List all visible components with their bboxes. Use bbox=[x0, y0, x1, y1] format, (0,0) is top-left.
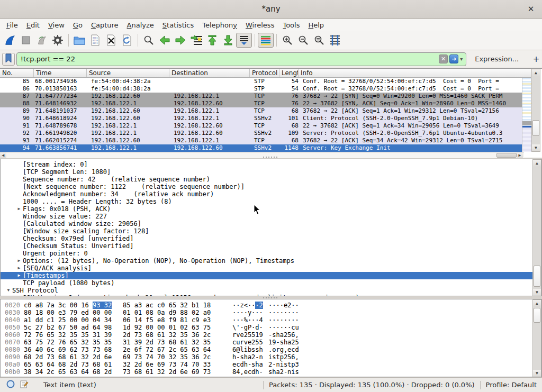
scroll-up-arrow[interactable]: ▲ bbox=[532, 69, 540, 76]
menu-view[interactable]: View bbox=[44, 21, 69, 30]
resize-columns-button[interactable] bbox=[327, 33, 343, 48]
expert-info-icon[interactable] bbox=[6, 380, 15, 390]
reload-file-button[interactable] bbox=[119, 33, 135, 48]
stop-capture-button[interactable] bbox=[18, 33, 34, 48]
hex-row[interactable]: 0020c0 a8 7a 3c 00 16 93 3285 a3 ac c0 6… bbox=[1, 302, 541, 309]
auto-scroll-toggle[interactable] bbox=[236, 33, 252, 48]
hex-row[interactable]: 0040a1 dd c1 25 00 00 04 3406 14 f5 e8 f… bbox=[1, 316, 541, 324]
detail-vscrollbar[interactable]: ▲ ▼ bbox=[532, 159, 541, 296]
bytes-vscrollbar[interactable]: ▲ ▼ bbox=[532, 299, 541, 377]
detail-line-ssh-protocol[interactable]: ▼SSH Protocol bbox=[1, 287, 541, 294]
menu-go[interactable]: Go bbox=[69, 21, 87, 30]
find-packet-button[interactable] bbox=[141, 33, 157, 48]
detail-line[interactable]: 1000 .... = Header Length: 32 bytes (8) bbox=[1, 198, 541, 205]
zoom-out-button[interactable] bbox=[295, 33, 311, 48]
scroll-thumb[interactable] bbox=[532, 120, 539, 136]
hex-row[interactable]: 003080 18 00 e3 79 ed 00 0001 01 08 0a d… bbox=[1, 309, 541, 316]
add-filter-button[interactable]: + bbox=[530, 54, 542, 64]
detail-line-timestamps-selected[interactable]: ▶[Timestamps] bbox=[1, 272, 541, 279]
packet-row-88[interactable]: 8871.648146932192.168.122.1192.168.122.6… bbox=[0, 100, 522, 107]
scroll-up-arrow[interactable]: ▲ bbox=[533, 160, 541, 167]
detail-line[interactable]: Sequence number: 42 (relative sequence n… bbox=[1, 176, 541, 183]
scroll-down-arrow[interactable]: ▼ bbox=[533, 289, 541, 296]
detail-line[interactable]: [Window size scaling factor: 128] bbox=[1, 227, 541, 235]
filter-bookmark-button[interactable] bbox=[2, 53, 15, 66]
packet-row-91[interactable]: 9171.648789678192.168.122.1192.168.122.6… bbox=[0, 122, 522, 130]
hex-row[interactable]: 00a065 63 64 68 2d 73 68 6132 2d 6e 69 7… bbox=[1, 361, 541, 368]
packet-row-86[interactable]: 8670.013850163fe:54:00:d4:38:2aSTP54Conf… bbox=[0, 85, 522, 93]
close-file-button[interactable] bbox=[103, 33, 119, 48]
col-header-source[interactable]: Source bbox=[87, 69, 169, 77]
go-last-button[interactable] bbox=[220, 33, 236, 48]
packet-row-93[interactable]: 9371.662015274192.168.122.60192.168.122.… bbox=[0, 137, 522, 144]
filter-dropdown-caret[interactable]: ▾ bbox=[460, 56, 463, 62]
detail-line[interactable]: [Calculated window size: 29056] bbox=[1, 220, 541, 227]
detail-line[interactable]: TCP payload (1080 bytes) bbox=[1, 279, 541, 287]
menu-tools[interactable]: Tools bbox=[278, 21, 304, 30]
menu-capture[interactable]: Capture bbox=[87, 21, 123, 30]
restart-capture-button[interactable] bbox=[34, 33, 50, 48]
hex-row[interactable]: 006072 76 65 32 35 35 31 392d 73 68 61 3… bbox=[1, 331, 541, 339]
start-capture-button[interactable] bbox=[2, 33, 18, 48]
hex-row[interactable]: 008036 40 6c 69 62 73 73 682e 6f 72 67 2… bbox=[1, 346, 541, 353]
packet-row-87[interactable]: 8771.647777234192.168.122.60192.168.122.… bbox=[0, 93, 522, 100]
detail-line[interactable]: [Stream index: 0] bbox=[1, 161, 541, 168]
menu-file[interactable]: File bbox=[2, 21, 22, 30]
menu-wireless[interactable]: Wireless bbox=[241, 21, 278, 30]
go-to-packet-button[interactable] bbox=[188, 33, 204, 48]
packet-row-94-selected[interactable]: 9471.663856741192.168.122.1192.168.122.6… bbox=[0, 144, 522, 152]
menu-analyze[interactable]: Analyze bbox=[123, 21, 158, 30]
hex-row[interactable]: 009068 2d 73 68 61 32 2d 6e69 73 74 70 3… bbox=[1, 353, 541, 361]
packet-row-89[interactable]: 8971.648191037192.168.122.60192.168.122.… bbox=[0, 107, 522, 115]
col-header-length[interactable]: Length bbox=[279, 69, 299, 77]
detail-line[interactable]: [Checksum Status: Unverified] bbox=[1, 242, 541, 250]
capture-comment-icon[interactable] bbox=[20, 380, 29, 390]
menu-help[interactable]: Help bbox=[304, 21, 328, 30]
packet-row-90[interactable]: 9071.648618924192.168.122.60192.168.122.… bbox=[0, 115, 522, 122]
detail-line[interactable]: Window size value: 227 bbox=[1, 213, 541, 220]
titlebar[interactable]: *any ✕ bbox=[0, 0, 542, 19]
capture-options-button[interactable] bbox=[50, 33, 66, 48]
scroll-down-arrow[interactable]: ▼ bbox=[533, 370, 541, 377]
menu-telephony[interactable]: Telephony bbox=[198, 21, 241, 30]
go-forward-button[interactable] bbox=[173, 33, 188, 48]
detail-line[interactable]: [TCP Segment Len: 1080] bbox=[1, 168, 541, 176]
colorize-toggle[interactable] bbox=[258, 33, 274, 48]
packet-row-85[interactable]: 8568.001734936fe:54:00:d4:38:2aSTP54Conf… bbox=[0, 78, 522, 85]
save-file-button[interactable]: 010101100011 bbox=[87, 33, 103, 48]
intelligent-scrollbar-minimap[interactable] bbox=[522, 78, 531, 152]
expression-button[interactable]: Expression... bbox=[475, 55, 519, 63]
col-header-protocol[interactable]: Protocol bbox=[250, 69, 279, 77]
detail-line-seq-ack[interactable]: ▶[SEQ/ACK analysis] bbox=[1, 265, 541, 272]
packet-row-92[interactable]: 9271.661949820192.168.122.1192.168.122.6… bbox=[0, 130, 522, 137]
menu-statistics[interactable]: Statistics bbox=[158, 21, 198, 30]
packet-list-vscrollbar[interactable]: ▲ ▼ bbox=[531, 69, 540, 152]
menu-edit[interactable]: Edit bbox=[22, 21, 44, 30]
open-file-button[interactable] bbox=[71, 33, 87, 48]
hex-row[interactable]: 00505c 27 b2 67 50 ad 64 981d 92 00 00 0… bbox=[1, 324, 541, 331]
go-back-button[interactable] bbox=[157, 33, 173, 48]
detail-line-options[interactable]: ▶Options: (12 bytes), No-Operation (NOP)… bbox=[1, 257, 541, 265]
filter-apply-button[interactable]: ➜ bbox=[449, 54, 458, 63]
col-header-info[interactable]: Info bbox=[299, 69, 531, 77]
hex-row[interactable]: 00b038 34 2c 65 63 64 68 2d73 68 61 32 2… bbox=[1, 368, 541, 376]
detail-line[interactable]: Acknowledgment number: 34 (relative ack … bbox=[1, 190, 541, 198]
filter-clear-button[interactable]: ✕ bbox=[439, 54, 448, 63]
col-header-no[interactable]: No. bbox=[0, 69, 34, 77]
col-header-time[interactable]: Time bbox=[34, 69, 87, 77]
zoom-in-button[interactable] bbox=[279, 33, 295, 48]
zoom-original-button[interactable] bbox=[311, 33, 327, 48]
detail-line-flags[interactable]: ▶Flags: 0x018 (PSH, ACK) bbox=[1, 205, 541, 213]
display-filter-input[interactable]: !tcp.port == 22 ✕ ➜ ▾ bbox=[16, 52, 466, 66]
profile-button[interactable]: Profile: Default bbox=[486, 381, 542, 389]
scroll-thumb[interactable] bbox=[534, 266, 540, 287]
detail-line[interactable]: Urgent pointer: 0 bbox=[1, 250, 541, 257]
close-window-button[interactable]: ✕ bbox=[525, 0, 537, 19]
scroll-up-arrow[interactable]: ▲ bbox=[533, 300, 541, 307]
detail-line[interactable]: [Next sequence number: 1122 (relative se… bbox=[1, 183, 541, 190]
col-header-destination[interactable]: Destination bbox=[169, 69, 250, 77]
detail-line[interactable]: Checksum: 0x79ed [unverified] bbox=[1, 235, 541, 242]
go-first-button[interactable] bbox=[204, 33, 220, 48]
scroll-down-arrow[interactable]: ▼ bbox=[532, 144, 540, 151]
hex-row[interactable]: 007063 75 72 76 65 32 35 3531 39 2d 73 6… bbox=[1, 339, 541, 346]
